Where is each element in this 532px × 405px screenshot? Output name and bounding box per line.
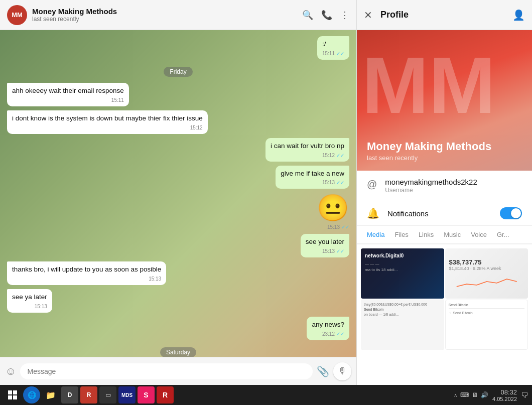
bell-icon: 🔔 (367, 207, 379, 219)
system-icons: ∧ ⌨ 🖥 🔊 (454, 391, 488, 398)
chat-header-info: Money Making Methods last seen recently (32, 7, 297, 23)
profile-panel: ✕ Profile 👤 MM Money Making Methods last… (356, 0, 532, 385)
microphone-button[interactable]: 🎙 (333, 362, 351, 380)
tab-music[interactable]: Music (439, 226, 466, 243)
attach-button[interactable]: 📎 (317, 365, 329, 377)
message-row: any news? 23:12 ✓✓ (7, 317, 349, 340)
monitor-icon[interactable]: 🖥 (472, 391, 478, 398)
message-bubble: i can wait for vultr bro np 15:12 ✓✓ (265, 138, 349, 162)
price-chart (449, 274, 524, 289)
tab-media[interactable]: Media (362, 226, 389, 244)
at-icon: @ (367, 179, 377, 190)
emoji-button[interactable]: ☺ (5, 365, 16, 378)
chat-input-area: ☺ 📎 🎙 (0, 357, 356, 385)
profile-last-seen: last seen recently (367, 154, 418, 162)
svg-rect-2 (8, 395, 12, 399)
message-row: see ya later 15:13 (7, 289, 349, 313)
taskbar-clock: 08:32 4.05.2022 (492, 388, 517, 402)
taskbar: 🌐 📁 D R ▭ MDS S R ∧ ⌨ 🖥 🔊 08:32 4.05.202… (0, 385, 532, 405)
profile-title: Profile (380, 10, 504, 20)
message-bubble: thanks bro, i will update to you as soon… (7, 261, 166, 285)
devtools-icon[interactable]: D (61, 386, 78, 403)
message-row: i can wait for vultr bro np 15:12 ✓✓ (7, 138, 349, 162)
phone-icon[interactable]: 📞 (321, 10, 332, 21)
chat-name: Money Making Methods (32, 7, 297, 16)
message-row: i dont know is the system is down but ma… (7, 110, 349, 134)
message-bubble: :/ 15:11 ✓✓ (317, 36, 349, 60)
username-info: moneymakingmethods2k22 Username (385, 178, 477, 194)
chat-status: last seen recently (32, 16, 297, 23)
media-thumbnail[interactable]: $38,737.75 $1,818.40 · 6.28% A week (445, 248, 528, 299)
message-input[interactable] (20, 363, 313, 379)
notifications-label: Notifications (387, 209, 492, 218)
browser-icon[interactable]: 🌐 (23, 386, 40, 403)
sketch-icon[interactable]: S (138, 386, 155, 403)
emoji-message-row: 😐 15:13 ✓✓ (7, 193, 349, 230)
r2-icon[interactable]: R (157, 386, 174, 403)
windows-icon (8, 390, 17, 399)
media-thumbnail[interactable]: network.Digital0 — — — ma to its 18 addi… (361, 248, 444, 299)
media-thumbnail[interactable]: they(€0.00€&US$0.00+€ per€ US$0.00€ Send… (361, 300, 444, 350)
chat-body: :/ 15:11 ✓✓ Friday ahh okeeey wait their… (0, 30, 356, 357)
tab-voice[interactable]: Voice (466, 226, 492, 243)
message-row: :/ 15:11 ✓✓ (7, 36, 349, 60)
chat-header-icons: 🔍 📞 ⋮ (302, 10, 349, 21)
profile-name: Money Making Methods (367, 140, 491, 153)
notifications-section: 🔔 Notifications (357, 201, 532, 226)
message-row: ahh okeeey wait their email response 15:… (7, 83, 349, 106)
mds-icon[interactable]: MDS (118, 386, 136, 403)
media-tabs: Media Files Links Music Voice Gr... (357, 226, 532, 244)
edit-profile-icon[interactable]: 👤 (512, 9, 525, 21)
svg-rect-0 (8, 390, 12, 394)
emoji-message: 😐 (317, 193, 349, 223)
chat-panel: MM Money Making Methods last seen recent… (0, 0, 356, 385)
message-row: see you later 15:13 ✓✓ (7, 234, 349, 257)
cover-letters: MM (362, 45, 496, 125)
username-value: moneymakingmethods2k22 (385, 178, 477, 186)
keyboard-icon[interactable]: ⌨ (460, 391, 469, 398)
svg-rect-3 (13, 395, 17, 399)
app-r-icon[interactable]: R (80, 386, 97, 403)
notifications-toggle[interactable] (500, 207, 522, 219)
tab-files[interactable]: Files (389, 226, 413, 243)
message-row: thanks bro, i will update to you as soon… (7, 261, 349, 285)
start-button[interactable] (4, 386, 21, 403)
profile-header-bar: ✕ Profile 👤 (357, 0, 532, 30)
chat-avatar: MM (7, 5, 27, 25)
username-label: Username (385, 187, 477, 194)
media-grid: network.Digital0 — — — ma to its 18 addi… (357, 244, 532, 354)
mic-icon: 🎙 (338, 366, 347, 376)
message-bubble: ahh okeeey wait their email response 15:… (7, 83, 129, 106)
message-bubble: give me if take a new 15:13 ✓✓ (276, 166, 349, 189)
date-divider: Saturday (7, 347, 349, 356)
tab-links[interactable]: Links (414, 226, 439, 243)
profile-username-section: @ moneymakingmethods2k22 Username (357, 171, 532, 201)
message-bubble: i dont know is the system is down but ma… (7, 110, 208, 134)
chevron-up-icon[interactable]: ∧ (454, 392, 457, 398)
notifications-icon[interactable]: 🗨 (521, 391, 528, 399)
files-icon[interactable]: 📁 (42, 386, 59, 403)
search-icon[interactable]: 🔍 (302, 10, 313, 21)
more-options-icon[interactable]: ⋮ (340, 10, 349, 21)
media-thumbnail[interactable]: Send Bitcoin → Send Bitcoin (445, 300, 528, 350)
svg-rect-1 (13, 390, 17, 394)
message-bubble: see ya later 15:13 (7, 289, 52, 313)
message-bubble: see you later 15:13 ✓✓ (301, 234, 349, 257)
close-button[interactable]: ✕ (364, 9, 372, 21)
taskbar-system-area: ∧ ⌨ 🖥 🔊 08:32 4.05.2022 🗨 (454, 388, 528, 402)
tab-groups[interactable]: Gr... (492, 226, 514, 243)
windows-app-icon[interactable]: ▭ (99, 386, 116, 403)
volume-icon[interactable]: 🔊 (481, 391, 488, 398)
message-bubble: any news? 23:12 ✓✓ (307, 317, 349, 340)
message-row: give me if take a new 15:13 ✓✓ (7, 166, 349, 189)
profile-cover: MM Money Making Methods last seen recent… (357, 30, 532, 171)
date-divider: Friday (7, 67, 349, 76)
chat-header: MM Money Making Methods last seen recent… (0, 0, 356, 30)
